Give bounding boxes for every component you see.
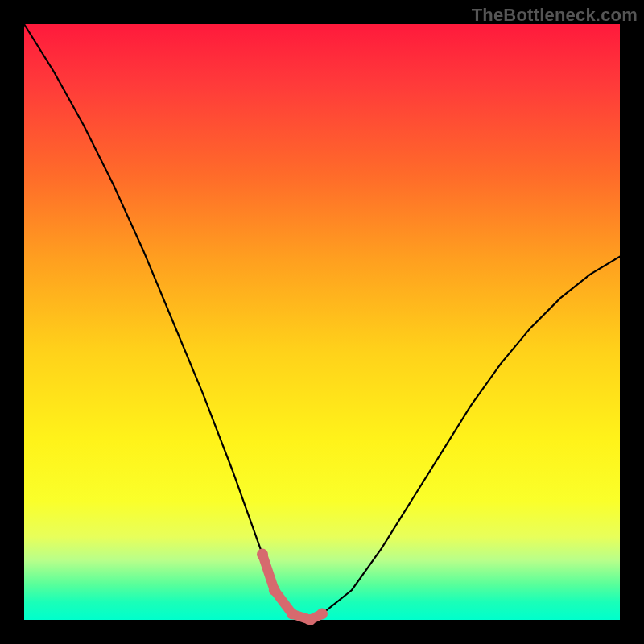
trough-highlight-dot	[257, 549, 268, 560]
chart-container: TheBottleneck.com	[0, 0, 644, 644]
chart-svg	[24, 24, 620, 620]
bottleneck-curve-path	[24, 24, 620, 620]
trough-highlight-dot	[269, 584, 280, 596]
trough-highlight-dot	[316, 609, 328, 620]
trough-highlight-dot	[304, 614, 316, 625]
plot-area	[24, 24, 620, 620]
trough-highlight-dot	[287, 609, 298, 620]
watermark: TheBottleneck.com	[472, 5, 638, 26]
